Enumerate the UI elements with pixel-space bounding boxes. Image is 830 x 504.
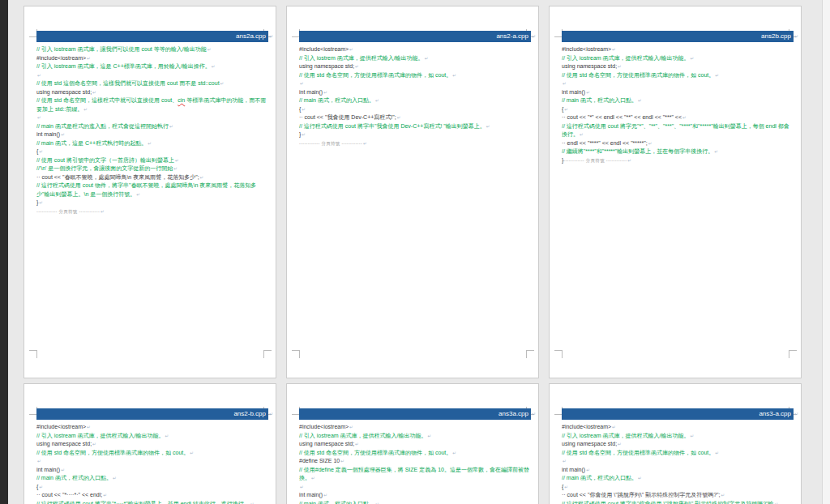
code-line[interactable]: ·· cout << "我會使用 Dev-C++寫程式!";↵ <box>299 113 529 122</box>
paragraph-mark-icon: ↵ <box>87 56 91 61</box>
paragraph-mark-icon: ↵ <box>269 411 273 416</box>
comment-line[interactable]: // 這行程式碼使用 cout 物件，將字串"春眠不覺曉，處處聞啼鳥\n 夜來風… <box>36 182 267 199</box>
code-line[interactable]: using namespace std;↵ <box>299 62 529 71</box>
comment-line[interactable]: // 使用 std 命名空間，方便使用標準函式庫的物件，如 cout。↵ <box>562 449 792 458</box>
code-line[interactable]: using namespace std;↵ <box>36 440 267 449</box>
comment-line[interactable]: // 這行程式碼使用 cout 將字串"*····*"輸出到螢幕上，並用 end… <box>36 500 267 504</box>
paragraph-mark-icon: ↵ <box>61 132 65 137</box>
code-line[interactable]: {↵ <box>36 147 267 156</box>
code-line[interactable]: int main()↵ <box>562 88 792 97</box>
code-line[interactable]: {↵ <box>299 105 529 114</box>
blank-line[interactable]: ↵ <box>36 457 267 466</box>
paragraph-mark-icon: ↵ <box>101 209 105 214</box>
filename-label[interactable]: ans2-a.cpp <box>496 32 528 41</box>
blank-line[interactable]: ↵ <box>36 71 267 80</box>
blank-line[interactable]: ↵ <box>299 79 529 88</box>
page-text-area[interactable]: #include<iostream>↵// 引入 iostream 函式庫，提供… <box>562 45 792 350</box>
blank-line[interactable]: ↵ <box>562 457 792 466</box>
code-line[interactable]: #include<iostream>↵ <box>562 45 792 54</box>
code-line[interactable]: using namespace std;↵ <box>562 62 792 71</box>
code-line[interactable]: int main()↵ <box>36 466 267 475</box>
page-title-bar: ans3a.cpp <box>299 408 531 420</box>
comment-line[interactable]: // 使用 std 命名空間，方便使用標準函式庫的物件，如 cout。↵ <box>299 71 529 80</box>
comment-line[interactable]: // main 函式，程式的入口點。↵ <box>36 474 267 483</box>
margin-crop-mark <box>292 350 300 358</box>
code-line[interactable]: int main()↵ <box>299 88 529 97</box>
comment-line[interactable]: // 繼續將"****"和"*****"輸出到螢幕上，並在每個字串後換行。↵ <box>562 147 792 156</box>
code-line[interactable]: ·· cout << "春眠不覺曉，處處聞啼鳥\n 夜來風雨聲，花落知多少";↵ <box>36 173 267 182</box>
comment-line[interactable]: // main 函式，程式的入口點。↵ <box>299 96 529 105</box>
code-line[interactable]: #define SIZE 10↵ <box>299 457 529 466</box>
comment-line[interactable]: // 引入 iostream 函式庫，提供程式輸入/輸出功能。↵ <box>36 432 267 441</box>
paragraph-mark-icon: ↵ <box>715 451 719 455</box>
filename-label[interactable]: ans3a.cpp <box>498 410 528 418</box>
code-line[interactable]: using namespace std;↵ <box>36 88 267 97</box>
comment-line[interactable]: // 這行程式碼使用 cout 將字串"你會使用 \"跳脫序列\" 顯示特殊控制… <box>562 500 792 504</box>
filename-label[interactable]: ans2-b.cpp <box>233 410 266 418</box>
page-break-line[interactable]: ------------ 分頁符號 ------------↵ <box>299 139 529 148</box>
comment-line[interactable]: // main 函式，這是 C++程式執行時的起點。↵ <box>36 139 267 148</box>
comment-line[interactable]: // 使用 std 這個命名空間，這樣我們就可以直接使用 cout 而不是 st… <box>36 79 267 88</box>
comment-line[interactable]: // 引入 iostream 函式庫，讓我們可以使用 cout 等等的輸入/輸出… <box>36 45 267 54</box>
filename-label[interactable]: ans2b.cpp <box>761 32 791 41</box>
page-text-area[interactable]: // 引入 iostream 函式庫，讓我們可以使用 cout 等等的輸入/輸出… <box>36 45 267 350</box>
code-line[interactable]: int main()↵ <box>299 491 529 500</box>
comment-line[interactable]: // main 函式是程式的進入點，程式會從這裡開始執行↵ <box>36 122 267 131</box>
code-line[interactable]: int main()↵ <box>36 130 267 139</box>
comment-line[interactable]: // 引入 iostrem 函式庫，提供程式輸入/輸出功能。↵ <box>299 54 529 63</box>
code-line[interactable]: #include<iostream>↵ <box>36 423 267 432</box>
paragraph-mark-icon: ↵ <box>39 200 43 205</box>
blank-line[interactable]: ↵ <box>562 79 792 88</box>
code-line[interactable]: {↵ <box>562 105 792 114</box>
paragraph-mark-icon: ↵ <box>269 33 273 39</box>
code-line[interactable]: #include<iostream>↵ <box>299 423 529 432</box>
code-line[interactable]: {↵ <box>36 483 267 492</box>
code-line[interactable]: ·· endl << "****" << endl << "*****";↵ <box>562 139 792 148</box>
page-text-area[interactable]: #include<iostream>↵// 引入 iostream 函式庫，提供… <box>299 423 529 504</box>
comment-line[interactable]: // 使用 std 命名空間，方便使用標準函式庫的物件，如 cout。↵ <box>562 71 792 80</box>
code-line[interactable]: ·· cout << "*····*·" << endl;↵ <box>36 491 267 500</box>
vertical-scrollbar[interactable] <box>822 0 830 504</box>
comment-line[interactable]: // 這行程式碼使用 cout 將字元"*"、"**"、"***"、"****"… <box>562 122 792 139</box>
page-break-line[interactable]: ------------ 分頁符號 ------------↵ <box>36 207 267 216</box>
code-line[interactable]: ·· cout << "你會使用 \"跳脫序列\" 顯示特殊控制字元及符號嗎?"… <box>562 491 792 500</box>
paragraph-mark-icon: ↵ <box>618 442 622 446</box>
comment-line[interactable]: // 使用 std 命名空間，這樣程式中就可以直接使用 cout、cin 等標準… <box>36 96 267 113</box>
comment-line[interactable]: // 引入 iostream 函式庫，提供程式輸入/輸出功能。↵ <box>562 432 792 441</box>
filename-label[interactable]: ans2a.cpp <box>236 32 266 41</box>
code-line[interactable]: #include<iostream>↵ <box>299 45 529 54</box>
comment-line[interactable]: // 使用 std 命名空間，方便使用標準函式庫的物件，如 cout。↵ <box>299 449 529 458</box>
comment-line[interactable]: // 引入 iostream 函式庫，這是 C++標準函式庫，用於輸入/輸出操作… <box>36 62 267 71</box>
code-line[interactable]: int main()↵ <box>562 466 792 475</box>
blank-line[interactable]: ↵ <box>36 113 267 122</box>
code-line[interactable]: using namespace std;↵ <box>562 440 792 449</box>
filename-label[interactable]: ans3-a.cpp <box>759 410 791 418</box>
paragraph-mark-icon: ↵ <box>148 141 152 146</box>
code-line[interactable]: using namespace std;↵ <box>299 440 529 449</box>
comment-line[interactable]: // 引入 iostream 函式庫，提供程式輸入/輸出功能。↵ <box>562 54 792 63</box>
paragraph-mark-icon: ↵ <box>721 493 725 498</box>
code-line[interactable]: ·· cout << "*" << endl << "**" << endl <… <box>562 113 792 122</box>
page-text-area[interactable]: #include<iostream>↵// 引入 iostream 函式庫，提供… <box>562 423 792 504</box>
paragraph-mark-icon: ↵ <box>300 485 304 489</box>
comment-line[interactable]: // 使用#define 定義一個預處理器巨集，將 SIZE 定義為 10。這是… <box>299 466 529 483</box>
paragraph-mark-icon: ↵ <box>220 81 225 86</box>
comment-line[interactable]: // 這行程式碼使用 cout 將字串"我會使用 Dev-C++寫程式! "輸出… <box>299 122 529 131</box>
code-line[interactable]: }↵ <box>299 130 529 139</box>
comment-line[interactable]: // main 函式，程式的入口點。↵ <box>562 474 792 483</box>
comment-line[interactable]: // main 函式，程式的入口點。↵ <box>562 96 792 105</box>
page-text-area[interactable]: #include<iostream>↵// 引入 iostream 函式庫，提供… <box>36 423 267 504</box>
comment-line[interactable]: // 使用 cout 將引號中的文字（一首唐詩）輸出到螢幕上↵ <box>36 156 267 165</box>
blank-line[interactable]: ↵ <box>299 483 529 492</box>
code-line[interactable]: }↵ <box>36 199 267 207</box>
comment-line[interactable]: // main 函式，程式的入口點。↵ <box>299 500 529 504</box>
code-line[interactable]: #include<iostream>↵ <box>36 54 267 63</box>
comment-line[interactable]: // 使用 std 命名空間，方便使用標準函式庫的物件，如 cout。↵ <box>36 449 267 458</box>
code-and-page-break-line[interactable]: }------------ 分頁符號 ------------↵ <box>562 156 792 165</box>
code-line[interactable]: {↵ <box>562 483 792 492</box>
page-title-bar: ans2-a.cpp <box>299 31 531 42</box>
comment-line[interactable]: // 引入 iostream 函式庫，提供程式輸入/輸出功能。↵ <box>299 432 529 441</box>
comment-line[interactable]: //'\n' 是一個換行字元，會讓後面的文字從新的一行開始↵ <box>36 164 267 173</box>
page-text-area[interactable]: #include<iostream>↵// 引入 iostrem 函式庫，提供程… <box>299 45 529 350</box>
code-line[interactable]: #include<iostream>↵ <box>562 423 792 432</box>
